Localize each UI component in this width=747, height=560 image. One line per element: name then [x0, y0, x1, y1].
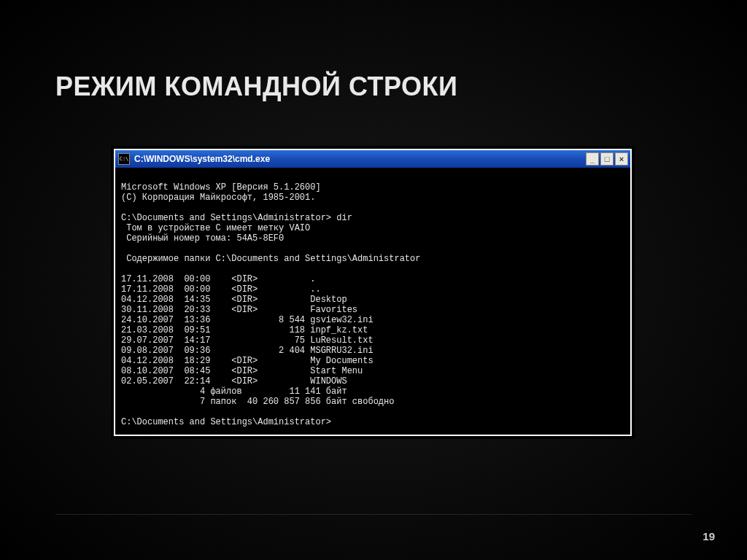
terminal-line: Содержимое папки C:\Documents and Settin…	[121, 254, 420, 264]
minimize-button[interactable]: _	[586, 152, 599, 166]
window-title: C:\WINDOWS\system32\cmd.exe	[134, 154, 270, 164]
cmd-window: C:\ C:\WINDOWS\system32\cmd.exe _ □ × Mi…	[114, 149, 632, 436]
terminal-line: Microsoft Windows XP [Версия 5.1.2600]	[121, 182, 321, 192]
cmd-icon: C:\	[118, 153, 130, 165]
terminal-line: 04.12.2008 18:29 <DIR> My Documents	[121, 356, 374, 366]
terminal-line: 4 файлов 11 141 байт	[121, 386, 347, 397]
maximize-button[interactable]: □	[600, 152, 614, 166]
slide-divider	[55, 514, 692, 515]
window-controls: _ □ ×	[586, 152, 628, 166]
terminal-prompt: C:\Documents and Settings\Administrator>	[121, 417, 331, 427]
window-titlebar[interactable]: C:\ C:\WINDOWS\system32\cmd.exe _ □ ×	[115, 150, 630, 168]
terminal-line: 24.10.2007 13:36 8 544 gsview32.ini	[121, 315, 374, 325]
terminal-line: (С) Корпорация Майкрософт, 1985-2001.	[121, 192, 315, 203]
terminal-line: C:\Documents and Settings\Administrator>…	[121, 213, 352, 223]
terminal-line: 7 папок 40 260 857 856 байт свободно	[121, 397, 394, 407]
terminal-line: 17.11.2008 00:00 <DIR> ..	[121, 284, 321, 295]
terminal-line: Том в устройстве C имеет метку VAIO	[121, 223, 310, 233]
close-button[interactable]: ×	[615, 152, 628, 166]
terminal-line: 04.12.2008 14:35 <DIR> Desktop	[121, 295, 347, 305]
terminal-line: 17.11.2008 00:00 <DIR> .	[121, 274, 315, 284]
terminal-line: 02.05.2007 22:14 <DIR> WINDOWS	[121, 376, 347, 386]
terminal-line: 21.03.2008 09:51 118 inpf_kz.txt	[121, 325, 368, 335]
terminal-line: 29.07.2007 14:17 75 LuResult.txt	[121, 335, 374, 346]
terminal-line: Серийный номер тома: 54A5-8EF0	[121, 233, 284, 244]
terminal-line: 30.11.2008 20:33 <DIR> Favorites	[121, 305, 357, 315]
terminal-output[interactable]: Microsoft Windows XP [Версия 5.1.2600] (…	[115, 168, 630, 435]
terminal-line: 09.08.2007 09:36 2 404 MSGRRU32.ini	[121, 346, 374, 356]
terminal-line: 08.10.2007 08:45 <DIR> Start Menu	[121, 366, 363, 376]
slide-number: 19	[703, 530, 715, 542]
slide-title: РЕЖИМ КОМАНДНОЙ СТРОКИ	[55, 71, 457, 102]
